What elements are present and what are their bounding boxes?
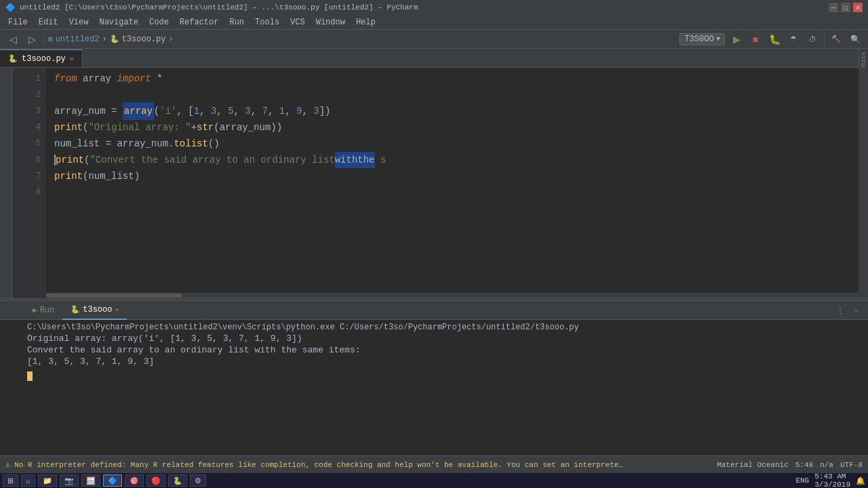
file-name[interactable]: t3sooo.py [122,35,166,44]
status-encoding[interactable]: UTF-8 [840,461,863,469]
editor-tab-active[interactable]: 🐍 t3sooo.py ✕ [0,49,83,67]
punc-c1: , [199,103,205,119]
taskbar-item2[interactable]: 🎯 [125,474,144,487]
encoding-label: UTF-8 [840,461,863,469]
code-content[interactable]: from array import * array_num = array ( … [46,68,859,298]
str-the: the [357,152,374,168]
bottom-tab-bar: ▶ Run 🐍 t3sooo ✕ ⋮ − [0,301,868,320]
taskbar-start[interactable]: ⊞ [3,474,18,487]
run-config-arrow: ▼ [717,36,720,43]
stop-button[interactable]: ■ [748,32,763,47]
menu-tools[interactable]: Tools [250,16,285,28]
status-bar-left: ⚠ No R interpreter defined: Many R relat… [5,460,713,470]
num-1a: 1 [194,103,199,119]
menu-refactor[interactable]: Refactor [174,16,224,28]
title-bar: 🔷 untitled2 [C:\Users\t3so\PycharmProjec… [0,0,868,15]
position-label: 5:48 [795,461,813,469]
bottom-panel: ▶ Run 🐍 t3sooo ✕ ⋮ − C:\Users\t3so\Pycha… [0,301,868,455]
terminal-minimize-btn[interactable]: − [850,304,863,317]
punc-bracket-close: ]) [319,103,331,119]
separator-label: n/a [820,461,833,469]
run-config-name: T3S0OO [684,35,713,44]
str-i: 'i' [159,103,176,119]
terminal-settings-btn[interactable]: ⋮ [834,304,846,317]
editor-scrollbar[interactable] [46,293,859,298]
close-button[interactable]: ✕ [853,3,863,12]
fn-print1: print [54,119,83,136]
var-array: array [83,70,111,87]
punc-p3-open: ( [83,168,88,184]
project-name[interactable]: untitled2 [56,35,100,44]
num-1b: 1 [279,103,285,119]
title-bar-left: 🔷 untitled2 [C:\Users\t3so\PycharmProjec… [5,3,418,13]
app-icon: 🔷 [5,3,16,13]
status-warning-text[interactable]: No R interpreter defined: Many R related… [14,461,625,469]
taskbar-camera[interactable]: 📷 [60,474,79,487]
profile-button[interactable]: ⏱ [805,32,820,47]
maximize-button[interactable]: □ [841,3,850,12]
menu-file[interactable]: File [3,16,33,28]
tab-run[interactable]: ▶ Run [24,301,62,320]
taskbar-item3[interactable]: 🔴 [146,474,165,487]
forward-button[interactable]: ▷ [24,32,39,47]
nav-separator-2 [824,33,825,45]
line-num-4: 4 [12,119,46,136]
taskbar-search[interactable]: ⌕ [21,474,35,487]
tab-close-button[interactable]: ✕ [70,55,74,63]
menu-window[interactable]: Window [311,16,351,28]
punc-c4: , [251,103,256,119]
menu-help[interactable]: Help [351,16,381,28]
status-bar-right: Material Oceanic 5:48 n/a UTF-8 [717,461,863,469]
code-line-8 [54,184,859,201]
status-bar: ⚠ No R interpreter defined: Many R relat… [0,455,868,473]
str-with-selected: with [335,152,358,168]
code-line-2 [54,87,859,103]
status-theme[interactable]: Material Oceanic [717,461,789,469]
run-config[interactable]: T3S0OO ▼ [679,33,725,45]
run-button[interactable]: ▶ [729,32,744,47]
punc-p2-open: ( [84,152,90,168]
status-warning-icon: ⚠ [5,460,10,470]
t3sooo-icon: 🐍 [71,305,80,314]
fn-print3: print [54,168,83,184]
file-icon: 🐍 [110,35,119,43]
menu-navigate[interactable]: Navigate [94,16,144,28]
punc-s-open: ( [214,119,219,136]
taskbar-item4[interactable]: 🐍 [168,474,187,487]
menu-vcs[interactable]: VCS [285,16,311,28]
taskbar-notifications[interactable]: 🔔 [856,476,865,485]
num-9a: 9 [296,103,302,119]
menu-view[interactable]: View [64,16,94,28]
menu-edit[interactable]: Edit [33,16,64,28]
coverage-button[interactable]: ☂ [786,32,801,47]
debug-button[interactable]: 🐛 [767,32,782,47]
search-everywhere-button[interactable]: 🔍 [848,32,863,47]
taskbar-explorer[interactable]: 📁 [38,474,57,487]
punc-bracket-open: [ [188,103,193,119]
taskbar-date-value: 3/3/2019 [814,481,850,488]
line-num-2: 2 [12,87,46,103]
line-num-7: 7 [12,168,46,184]
taskbar-item5[interactable]: ⚙ [190,474,206,487]
minimize-button[interactable]: ─ [829,3,838,12]
editor-area: 1 2 3 4 5 6 7 8 from array import * arra… [12,68,859,298]
punc-s-close: )) [271,119,282,136]
project-icon: ⊞ [48,35,53,43]
taskbar-item1[interactable]: 🔷 [103,474,122,487]
num-3c: 3 [313,103,319,119]
taskbar-windows[interactable]: 🪟 [81,474,100,487]
str-convert: "Convert the said array to an ordinary l… [90,152,334,168]
editor-scrollbar-thumb[interactable] [46,293,182,298]
status-separator[interactable]: n/a [820,461,833,469]
build-button[interactable]: 🔨 [829,32,844,47]
status-position[interactable]: 5:48 [795,461,813,469]
num-3a: 3 [211,103,216,119]
back-button[interactable]: ◁ [5,32,20,47]
taskbar-eng: ENG [795,476,809,485]
menu-run[interactable]: Run [224,16,250,28]
menu-code[interactable]: Code [144,16,174,28]
right-gutter [859,68,868,298]
title-bar-controls[interactable]: ─ □ ✕ [829,3,863,12]
tab-t3sooo-close[interactable]: ✕ [115,306,119,314]
tab-t3sooo[interactable]: 🐍 t3sooo ✕ [62,301,127,320]
